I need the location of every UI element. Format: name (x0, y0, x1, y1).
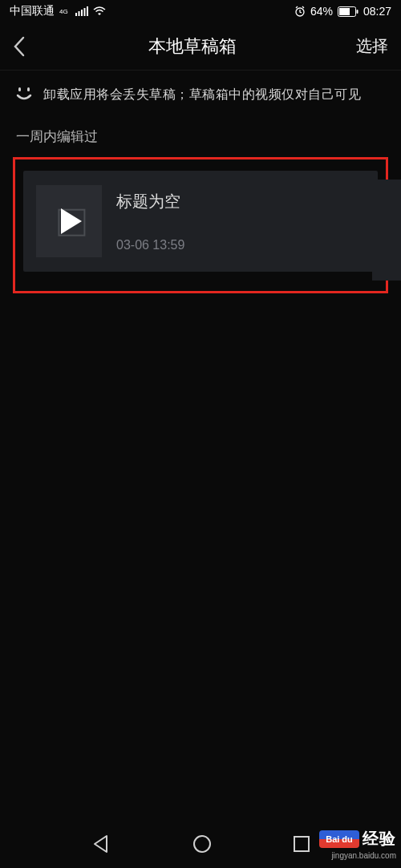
play-icon (61, 208, 82, 234)
info-text: 卸载应用将会丢失草稿；草稿箱中的视频仅对自己可见 (43, 87, 361, 103)
status-time: 08:27 (363, 5, 391, 18)
svg-rect-13 (294, 837, 309, 851)
watermark: Bai du 经验 jingyan.baidu.com (319, 828, 396, 860)
back-button[interactable] (13, 36, 45, 57)
svg-rect-8 (339, 8, 350, 15)
nav-bar: 本地草稿箱 选择 (0, 22, 401, 71)
carrier-name: 中国联通 (10, 4, 55, 18)
svg-rect-11 (27, 87, 30, 91)
svg-rect-4 (84, 8, 86, 16)
draft-title: 标题为空 (116, 191, 184, 212)
draft-meta: 标题为空 03-06 13:59 (116, 191, 184, 252)
draft-thumbnail (36, 185, 102, 257)
status-bar: 中国联通 4G (0, 0, 401, 22)
triangle-back-icon (91, 834, 111, 854)
draft-item[interactable]: 标题为空 03-06 13:59 (23, 171, 378, 272)
svg-rect-10 (18, 87, 21, 91)
smile-icon (16, 87, 32, 103)
chevron-left-icon (13, 36, 26, 57)
svg-rect-5 (87, 6, 88, 16)
svg-rect-2 (79, 11, 80, 16)
nav-home-button[interactable] (192, 834, 213, 854)
battery-pct: 64% (310, 5, 333, 18)
draft-timestamp: 03-06 13:59 (116, 238, 184, 252)
highlight-annotation: 标题为空 03-06 13:59 (13, 157, 388, 293)
svg-text:4G: 4G (59, 8, 68, 15)
page-title: 本地草稿箱 (45, 34, 340, 59)
nav-back-button[interactable] (91, 834, 111, 854)
circle-home-icon (192, 834, 213, 854)
baidu-logo-icon: Bai du (319, 830, 359, 848)
section-header: 一周内编辑过 (0, 121, 401, 157)
svg-rect-9 (356, 10, 358, 14)
svg-point-12 (194, 836, 210, 852)
adjacent-card-sliver[interactable] (372, 180, 401, 281)
watermark-text: 经验 (363, 828, 396, 850)
watermark-url: jingyan.baidu.com (331, 851, 396, 860)
select-button[interactable]: 选择 (340, 35, 388, 57)
status-right: 64% 08:27 (294, 5, 391, 18)
wifi-icon (93, 6, 106, 16)
nav-recent-button[interactable] (293, 835, 310, 853)
svg-rect-1 (75, 13, 77, 16)
signal-icon (75, 6, 88, 16)
network-4g-icon: 4G (59, 7, 71, 15)
battery-icon (338, 6, 358, 17)
square-recent-icon (293, 835, 310, 853)
svg-rect-3 (81, 10, 83, 16)
info-row: 卸载应用将会丢失草稿；草稿箱中的视频仅对自己可见 (0, 77, 401, 121)
alarm-icon (294, 6, 306, 17)
status-left: 中国联通 4G (10, 4, 106, 18)
